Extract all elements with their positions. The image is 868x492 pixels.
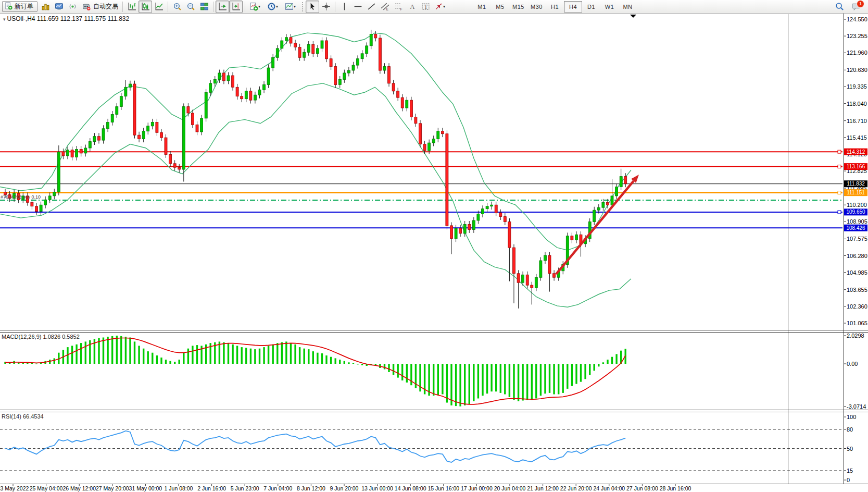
timeframe-button-H4[interactable]: H4 (564, 1, 582, 13)
trendline-icon (367, 2, 376, 11)
new-order-icon (5, 2, 12, 11)
search-button[interactable] (833, 1, 846, 13)
crosshair-button[interactable] (319, 1, 333, 13)
timeframe-button-MN[interactable]: MN (619, 1, 637, 13)
svg-text:31 May 00:00: 31 May 00:00 (129, 485, 162, 491)
svg-text:111.151: 111.151 (847, 190, 865, 195)
charts-button[interactable] (39, 1, 52, 13)
chart-shift-button[interactable] (229, 1, 243, 13)
svg-text:F: F (400, 7, 402, 11)
svg-text:115.415: 115.415 (847, 134, 867, 141)
arrows-button[interactable]: ▾ (432, 1, 450, 13)
timeframe-button-M15[interactable]: M15 (509, 1, 527, 13)
chevron-down-icon: ▾ (276, 4, 280, 9)
svg-text:22 Jun 20:00: 22 Jun 20:00 (560, 485, 592, 491)
trend-arrow[interactable] (556, 175, 639, 274)
timeframe-button-D1[interactable]: D1 (582, 1, 600, 13)
fibonacci-button[interactable]: F (392, 1, 405, 13)
svg-text:14 Jun 08:00: 14 Jun 08:00 (395, 485, 426, 491)
equidistant-channel-icon: E (381, 2, 389, 11)
toolbar-separator (213, 2, 213, 12)
svg-text:21 Jun 12:00: 21 Jun 12:00 (527, 485, 559, 491)
timeframe-button-M30[interactable]: M30 (527, 1, 546, 13)
svg-text:106.280: 106.280 (847, 253, 867, 259)
svg-text:2 Jun 16:00: 2 Jun 16:00 (197, 485, 226, 491)
chart-canvas[interactable]: 124.550123.255121.960120.630119.335118.0… (0, 14, 868, 492)
text-label-icon: T (421, 2, 430, 11)
svg-text:108.905: 108.905 (847, 218, 867, 225)
svg-text:108.426: 108.426 (846, 225, 865, 231)
line-chart-button[interactable] (152, 1, 166, 13)
timeframe-button-M1[interactable]: M1 (473, 1, 491, 13)
chart-shift-marker[interactable] (630, 15, 636, 18)
candlestick-chart-button[interactable] (139, 1, 152, 13)
arrows-icon (434, 2, 443, 11)
svg-text:A: A (410, 3, 415, 10)
horizontal-line-icon (354, 2, 362, 11)
periods-button[interactable]: ▾ (265, 1, 283, 13)
charts-icon (41, 2, 50, 11)
signals-button[interactable] (66, 1, 79, 13)
timeframe-button-H1[interactable]: H1 (546, 1, 564, 13)
text-label-button[interactable]: T (419, 1, 432, 13)
indicators-button[interactable]: ▾ (247, 1, 265, 13)
horizontal-lines[interactable] (0, 150, 842, 228)
svg-text:5 Jun 23:00: 5 Jun 23:00 (231, 485, 259, 491)
svg-text:20 Jun 04:00: 20 Jun 04:00 (494, 485, 526, 491)
templates-button[interactable]: ▾ (283, 1, 300, 13)
svg-text:80: 80 (847, 426, 853, 433)
vertical-line-icon (340, 2, 349, 11)
svg-text:8 Jun 12:00: 8 Jun 12:00 (297, 485, 325, 491)
chevron-down-icon: ▾ (258, 4, 262, 9)
zoom-out-icon (186, 2, 195, 11)
cursor-button[interactable] (306, 1, 319, 13)
zoom-out-button[interactable] (184, 1, 197, 13)
macd-axis[interactable]: 2.02980.00-3.0714 (844, 333, 866, 410)
text-icon: A (408, 2, 417, 11)
bar-chart-button[interactable] (125, 1, 139, 13)
svg-text:114.312: 114.312 (847, 149, 865, 155)
svg-text:100: 100 (847, 414, 856, 420)
svg-text:24 Jun 04:00: 24 Jun 04:00 (593, 485, 625, 491)
svg-text:27 May 20:00: 27 May 20:00 (96, 485, 129, 491)
market-watch-button[interactable] (52, 1, 66, 13)
vertical-line-button[interactable] (337, 1, 351, 13)
mt4-window: 新订单 自动交易 ▾ ▾ ▾ E F A T ▾ M1M5M15M30H1 (0, 0, 868, 492)
timeframe-toolbar: M1M5M15M30H1H4D1W1MN (473, 1, 637, 13)
svg-text:2.0298: 2.0298 (847, 333, 864, 339)
timeframe-button-W1[interactable]: W1 (600, 1, 619, 13)
zoom-in-button[interactable] (170, 1, 184, 13)
clock-icon (267, 2, 276, 11)
chevron-down-icon: ▾ (3, 17, 6, 22)
main-toolbar: 新订单 自动交易 ▾ ▾ ▾ E F A T ▾ M1M5M15M30H1 (0, 0, 868, 14)
new-order-button[interactable]: 新订单 (2, 1, 37, 12)
svg-text:103.655: 103.655 (847, 287, 867, 293)
line-chart-icon (155, 2, 163, 11)
auto-scroll-button[interactable] (216, 1, 229, 13)
signals-icon (68, 2, 77, 11)
auto-trading-button[interactable] (79, 1, 93, 13)
candlestick-chart-icon (141, 2, 150, 11)
trendline-button[interactable] (364, 1, 378, 13)
search-icon (835, 2, 844, 11)
timeframe-button-M5[interactable]: M5 (491, 1, 509, 13)
auto-scroll-icon (218, 2, 227, 11)
chart-window: 124.550123.255121.960120.630119.335118.0… (0, 14, 868, 492)
svg-text:T: T (424, 4, 427, 10)
bar-chart-icon (128, 2, 136, 11)
svg-text:102.360: 102.360 (847, 303, 867, 310)
toolbar-separator (168, 2, 168, 12)
price-axis[interactable]: 124.550123.255121.960120.630119.335118.0… (844, 16, 867, 326)
svg-text:23 May 2022: 23 May 2022 (0, 485, 29, 491)
template-icon (285, 2, 294, 11)
horizontal-line-button[interactable] (351, 1, 364, 13)
equidistant-channel-button[interactable]: E (378, 1, 392, 13)
text-button[interactable]: A (405, 1, 419, 13)
time-axis[interactable]: 23 May 202225 May 04:0026 May 12:0027 Ma… (0, 484, 691, 491)
svg-text:50: 50 (847, 446, 853, 452)
toolbar-separator (122, 2, 123, 12)
tile-windows-button[interactable] (197, 1, 211, 13)
notifications-button[interactable]: 1 (849, 1, 863, 13)
svg-text:7 Jun 04:00: 7 Jun 04:00 (263, 485, 292, 491)
rsi-axis[interactable]: 1008050150 (844, 414, 856, 483)
